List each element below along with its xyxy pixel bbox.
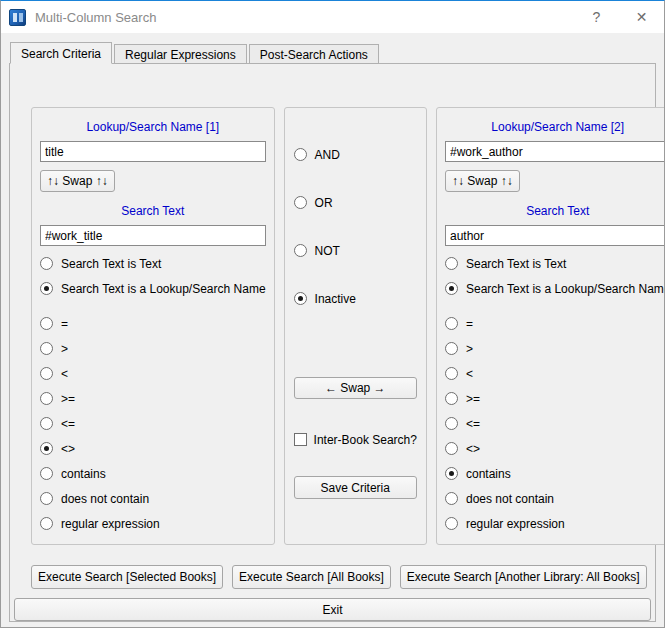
tab-search-criteria[interactable]: Search Criteria <box>10 42 112 64</box>
swap-fields-button-2[interactable]: ↑↓ Swap ↑↓ <box>445 170 520 192</box>
radio-search-text-is-text-1[interactable]: Search Text is Text <box>40 256 266 271</box>
radio-gt-1[interactable]: > <box>40 341 266 356</box>
radio-ne-2[interactable]: <> <box>445 441 665 456</box>
tab-regular-expressions[interactable]: Regular Expressions <box>114 44 247 64</box>
close-icon[interactable]: ✕ <box>619 1 664 33</box>
radio-icon <box>445 282 458 295</box>
radio-search-text-is-lookup-1[interactable]: Search Text is a Lookup/Search Name <box>40 281 266 296</box>
radio-le-2[interactable]: <= <box>445 416 665 431</box>
criteria-group-2: Lookup/Search Name [2] ↑↓ Swap ↑↓ Search… <box>436 107 665 545</box>
combine-group: AND OR NOT Inactive ← Swap → Inter <box>284 107 427 545</box>
radio-icon <box>40 417 53 430</box>
radio-icon <box>40 517 53 530</box>
radio-icon <box>294 244 307 257</box>
radio-or[interactable]: OR <box>294 195 417 210</box>
radio-icon <box>294 148 307 161</box>
radio-does-not-contain-2[interactable]: does not contain <box>445 491 665 506</box>
execute-button-row: Execute Search [Selected Books] Execute … <box>31 565 634 589</box>
radio-gt-2[interactable]: > <box>445 341 665 356</box>
lookup-name-input-1[interactable] <box>40 141 266 162</box>
tab-bar: Search Criteria Regular Expressions Post… <box>10 42 381 63</box>
search-text-label-2: Search Text <box>445 204 665 218</box>
radio-ge-1[interactable]: >= <box>40 391 266 406</box>
search-text-type-group-1: Search Text is Text Search Text is a Loo… <box>40 256 266 296</box>
criteria-columns: Lookup/Search Name [1] ↑↓ Swap ↑↓ Search… <box>31 107 634 545</box>
radio-icon <box>445 367 458 380</box>
help-button[interactable]: ? <box>574 1 619 33</box>
radio-ge-2[interactable]: >= <box>445 391 665 406</box>
execute-search-all-books-button[interactable]: Execute Search [All Books] <box>232 565 391 589</box>
radio-not[interactable]: NOT <box>294 243 417 258</box>
window-controls: ? ✕ <box>574 1 664 33</box>
radio-lt-1[interactable]: < <box>40 366 266 381</box>
radio-contains-1[interactable]: contains <box>40 466 266 481</box>
search-text-input-1[interactable] <box>40 225 266 246</box>
radio-icon <box>445 517 458 530</box>
radio-icon <box>40 282 53 295</box>
radio-lt-2[interactable]: < <box>445 366 665 381</box>
window-title: Multi-Column Search <box>35 10 156 25</box>
radio-icon <box>445 492 458 505</box>
lookup-name-label-2: Lookup/Search Name [2] <box>445 120 665 134</box>
radio-contains-2[interactable]: contains <box>445 466 665 481</box>
radio-icon <box>445 417 458 430</box>
operator-group-2: = > < >= <= <box>445 316 665 531</box>
radio-icon <box>445 317 458 330</box>
radio-eq-2[interactable]: = <box>445 316 665 331</box>
save-criteria-button[interactable]: Save Criteria <box>294 476 417 499</box>
radio-icon <box>445 467 458 480</box>
operator-group-1: = > < >= <= <box>40 316 266 531</box>
exit-row: Exit <box>14 598 651 621</box>
radio-eq-1[interactable]: = <box>40 316 266 331</box>
tab-pane-search-criteria: Lookup/Search Name [1] ↑↓ Swap ↑↓ Search… <box>9 63 656 622</box>
execute-search-another-library-button[interactable]: Execute Search [Another Library: All Boo… <box>400 565 647 589</box>
radio-le-1[interactable]: <= <box>40 416 266 431</box>
title-bar: Multi-Column Search ? ✕ <box>1 1 664 33</box>
radio-icon <box>40 492 53 505</box>
tab-post-search-actions[interactable]: Post-Search Actions <box>249 44 379 64</box>
radio-icon <box>294 196 307 209</box>
radio-icon <box>40 392 53 405</box>
criteria-group-1: Lookup/Search Name [1] ↑↓ Swap ↑↓ Search… <box>31 107 275 545</box>
radio-icon <box>445 257 458 270</box>
execute-search-selected-books-button[interactable]: Execute Search [Selected Books] <box>31 565 223 589</box>
swap-fields-button-1[interactable]: ↑↓ Swap ↑↓ <box>40 170 115 192</box>
radio-icon <box>40 467 53 480</box>
multi-column-search-dialog: Multi-Column Search ? ✕ Search Criteria … <box>0 0 665 628</box>
radio-icon <box>445 342 458 355</box>
radio-icon <box>445 392 458 405</box>
radio-icon <box>445 442 458 455</box>
radio-icon <box>294 292 307 305</box>
radio-icon <box>40 367 53 380</box>
radio-does-not-contain-1[interactable]: does not contain <box>40 491 266 506</box>
search-text-label-1: Search Text <box>40 204 266 218</box>
lookup-name-input-2[interactable] <box>445 141 665 162</box>
search-text-input-2[interactable] <box>445 225 665 246</box>
radio-icon <box>40 342 53 355</box>
radio-and[interactable]: AND <box>294 147 417 162</box>
inter-book-search-checkbox-row[interactable]: Inter-Book Search? <box>294 432 417 447</box>
radio-inactive[interactable]: Inactive <box>294 291 417 306</box>
radio-icon <box>40 257 53 270</box>
lookup-name-label-1: Lookup/Search Name [1] <box>40 120 266 134</box>
exit-button[interactable]: Exit <box>14 598 651 621</box>
radio-icon <box>40 317 53 330</box>
radio-search-text-is-text-2[interactable]: Search Text is Text <box>445 256 665 271</box>
radio-ne-1[interactable]: <> <box>40 441 266 456</box>
app-icon <box>9 9 26 26</box>
radio-regex-2[interactable]: regular expression <box>445 516 665 531</box>
radio-icon <box>40 442 53 455</box>
search-text-type-group-2: Search Text is Text Search Text is a Loo… <box>445 256 665 296</box>
checkbox-icon <box>294 433 307 446</box>
swap-columns-button[interactable]: ← Swap → <box>294 377 417 399</box>
radio-search-text-is-lookup-2[interactable]: Search Text is a Lookup/Search Name <box>445 281 665 296</box>
radio-regex-1[interactable]: regular expression <box>40 516 266 531</box>
